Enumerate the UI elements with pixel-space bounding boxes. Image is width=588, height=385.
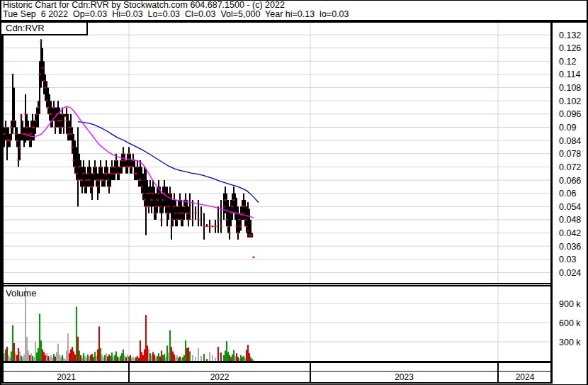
price-axis-label: 0.078 [559, 149, 581, 159]
year-axis-label-2024: 2024 [498, 372, 552, 382]
price-axis-label: 0.096 [559, 109, 581, 119]
price-axis-label: 0.042 [559, 228, 581, 238]
price-axis-label: 0.126 [559, 43, 581, 53]
price-axis-label: 0.024 [559, 268, 581, 278]
price-axis-label: 0.114 [559, 69, 580, 79]
price-axis-label: 0.09 [559, 123, 576, 133]
symbol-tab: Cdn:RVR [1, 23, 88, 35]
price-axis-label: 0.03 [559, 255, 576, 264]
price-axis-label: 0.036 [559, 242, 581, 252]
volume-axis-label: 300 k [559, 337, 581, 347]
chart-canvas: 0.1320.1260.120.1140.1080.1020.0960.090.… [0, 0, 588, 385]
price-axis-label: 0.06 [559, 189, 576, 199]
price-axis-label: 0.102 [559, 96, 581, 106]
price-axis-label: 0.084 [559, 136, 581, 146]
volume-axis-label: 600 k [559, 318, 581, 328]
year-axis-label-2023: 2023 [310, 372, 498, 382]
price-axis-label: 0.054 [559, 202, 581, 212]
symbol-label: Cdn:RVR [6, 23, 45, 33]
price-axis-label: 0.12 [559, 57, 576, 67]
titlebar-divider [0, 20, 588, 23]
historic-chart-window: 0.1320.1260.120.1140.1080.1020.0960.090.… [0, 0, 588, 385]
titlebar: Historic Chart for Cdn:RVR by Stockwatch… [3, 1, 584, 20]
price-axis-label: 0.132 [559, 30, 581, 40]
price-axis-label: 0.048 [559, 215, 581, 225]
year-axis-label-2022: 2022 [129, 372, 310, 382]
outer-border-top [0, 0, 588, 1]
chart-background [0, 0, 588, 385]
volume-panel-label: Volume [6, 288, 36, 298]
outer-border-left [0, 0, 1, 385]
year-axis-label-2021: 2021 [4, 372, 129, 382]
price-axis-label: 0.066 [559, 176, 581, 186]
quote-summary-line: Tue Sep 6 2022 Op=0.03 Hi=0.03 Lo=0.03 C… [3, 10, 584, 19]
price-axis-label: 0.108 [559, 83, 581, 93]
price-axis-label: 0.072 [559, 162, 581, 172]
volume-axis-label: 900 k [559, 299, 581, 309]
